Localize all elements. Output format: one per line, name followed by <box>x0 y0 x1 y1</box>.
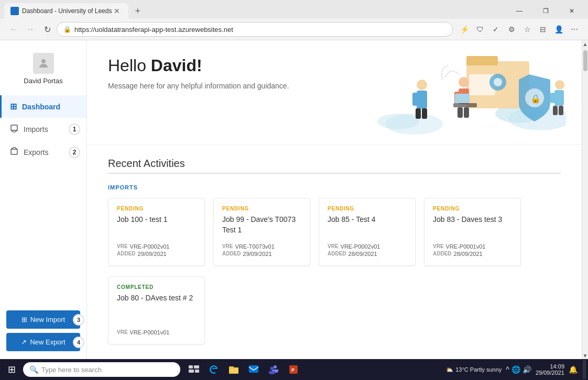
card-1-status: PENDING <box>222 206 301 211</box>
svg-point-39 <box>270 367 274 371</box>
scroll-thumb[interactable] <box>583 50 587 71</box>
card-0-footer: VRE VRE-P0002v01 ADDED 29/09/2021 <box>117 243 196 258</box>
card-0-name: Job 100 - test 1 <box>117 215 196 235</box>
card-3-vre: VRE VRE-P0001v01 <box>433 243 512 250</box>
settings-icon[interactable]: ⚙ <box>504 22 519 37</box>
browser-scrollbar[interactable]: ▲ ▼ <box>582 40 588 360</box>
scroll-up-arrow[interactable]: ▲ <box>582 40 588 48</box>
job-card-3[interactable]: PENDING Job 83 - Daves test 3 VRE VRE-P0… <box>424 198 521 266</box>
scroll-down-arrow[interactable]: ▼ <box>582 352 588 360</box>
taskbar-app-outlook[interactable] <box>244 360 263 379</box>
new-import-button[interactable]: ⊞ New Import 3 <box>6 310 80 329</box>
shield-icon[interactable]: 🛡 <box>473 22 487 37</box>
card-1-vre: VRE VRE-T0073v01 <box>222 243 301 250</box>
recent-section: Recent Activities IMPORTS PENDING Job 10… <box>87 145 582 360</box>
new-import-badge: 3 <box>73 314 84 326</box>
exports-badge: 2 <box>69 147 80 158</box>
card-3-name: Job 83 - Daves test 3 <box>433 215 512 235</box>
svg-rect-34 <box>194 365 199 368</box>
svg-point-1 <box>41 59 46 63</box>
extensions-icon[interactable]: ⚡ <box>457 22 472 37</box>
completed-card-name: Job 80 - DAves test # 2 <box>117 293 196 321</box>
card-3-status: PENDING <box>433 206 512 211</box>
collections-icon[interactable]: ⊟ <box>536 22 550 37</box>
maximize-button[interactable]: ❐ <box>533 3 558 19</box>
card-0-status: PENDING <box>117 206 196 211</box>
refresh-button[interactable]: ↻ <box>40 22 55 37</box>
job-card-0[interactable]: PENDING Job 100 - test 1 VRE VRE-P0002v0… <box>108 198 205 266</box>
svg-rect-26 <box>458 107 463 118</box>
job-card-completed[interactable]: COMPLETED Job 80 - DAves test # 2 VRE VR… <box>108 276 205 344</box>
sidebar: David Portas ⊞ Dashboard Imports 1 <box>0 40 87 360</box>
svg-point-38 <box>274 365 277 368</box>
lock-icon: 🔒 <box>63 26 71 33</box>
taskbar-app-task-view[interactable] <box>184 360 203 379</box>
taskbar-app-teams[interactable] <box>264 360 283 379</box>
sidebar-item-imports[interactable]: Imports 1 <box>0 118 86 141</box>
notification-bell[interactable]: 🔔 <box>569 365 578 374</box>
hero-section: Hello David! Message here for any helpfu… <box>87 40 582 145</box>
job-card-1[interactable]: PENDING Job 99 - Dave's T0073 Test 1 VRE… <box>213 198 310 266</box>
close-button[interactable]: ✕ <box>560 3 584 19</box>
card-0-vre: VRE VRE-P0002v01 <box>117 243 196 250</box>
minimize-button[interactable]: — <box>507 3 531 19</box>
new-export-button[interactable]: ↗ New Export 4 <box>6 333 80 351</box>
completed-card-vre: VRE VRE-P0001v01 <box>117 329 196 336</box>
svg-point-7 <box>377 114 419 129</box>
taskbar-clock[interactable]: 14:09 29/09/2021 <box>536 363 564 376</box>
taskbar-time-display: 14:09 <box>536 363 564 370</box>
sidebar-buttons: ⊞ New Import 3 ↗ New Export 4 <box>0 306 86 360</box>
forward-button[interactable]: → <box>23 22 38 37</box>
sidebar-item-dashboard[interactable]: ⊞ Dashboard <box>0 95 86 118</box>
new-import-label: New Import <box>30 316 65 323</box>
svg-rect-0 <box>12 8 18 14</box>
active-tab[interactable]: Dashboard - University of Leeds ✕ <box>4 3 128 19</box>
svg-point-28 <box>555 80 564 90</box>
svg-rect-37 <box>249 365 258 373</box>
more-button[interactable]: ⋯ <box>567 22 582 37</box>
browser-nav-icons: ⚡ 🛡 ✓ ⚙ ☆ ⊟ 👤 ⋯ <box>457 22 582 37</box>
new-export-label: New Export <box>30 338 65 346</box>
svg-rect-30 <box>550 93 555 103</box>
svg-rect-2 <box>11 125 17 130</box>
taskbar: ⊞ 🔍 Type here to search P ⛅ 13°C Partly … <box>0 359 588 380</box>
sidebar-item-label-dashboard: Dashboard <box>22 103 60 111</box>
taskbar-app-explorer[interactable] <box>224 360 243 379</box>
taskbar-app-powerpoint[interactable]: P <box>284 360 303 379</box>
svg-rect-18 <box>422 93 427 106</box>
svg-rect-29 <box>554 90 564 106</box>
svg-rect-33 <box>189 365 193 368</box>
notification-icon[interactable]: ^ <box>506 365 509 374</box>
back-button[interactable]: ← <box>6 22 21 37</box>
start-button[interactable]: ⊞ <box>2 360 21 379</box>
checkmark-icon[interactable]: ✓ <box>488 22 503 37</box>
address-bar[interactable]: 🔒 https://uoldatatransferapi-app-test.az… <box>57 22 453 37</box>
sidebar-item-label-imports: Imports <box>24 125 48 133</box>
tab-close-button[interactable]: ✕ <box>112 6 122 16</box>
dashboard-icon: ⊞ <box>10 102 17 111</box>
network-icon[interactable]: 🌐 <box>511 365 520 374</box>
imports-icon <box>10 124 18 135</box>
sidebar-item-exports[interactable]: Exports 2 <box>0 141 86 164</box>
taskbar-search-box[interactable]: 🔍 Type here to search <box>23 362 180 377</box>
volume-icon[interactable]: 🔊 <box>522 365 531 374</box>
svg-point-21 <box>459 77 469 87</box>
new-tab-button[interactable]: + <box>132 5 144 18</box>
show-desktop-button[interactable] <box>583 360 586 379</box>
svg-rect-35 <box>189 370 194 373</box>
job-card-2[interactable]: PENDING Job 85 - Test 4 VRE VRE-P0002v01… <box>319 198 416 266</box>
taskbar-app-edge[interactable] <box>204 360 223 379</box>
hero-illustration: 🔒 <box>372 46 571 140</box>
sidebar-item-label-exports: Exports <box>24 148 48 157</box>
card-3-added: ADDED 28/09/2021 <box>433 251 512 257</box>
taskbar-pinned-apps: P <box>184 360 303 379</box>
svg-rect-20 <box>422 108 427 119</box>
card-1-added: ADDED 29/09/2021 <box>222 251 301 257</box>
main-content: Hello David! Message here for any helpfu… <box>87 40 582 360</box>
profile-icon[interactable]: 👤 <box>551 22 566 37</box>
weather-text: 13°C Partly sunny <box>455 366 502 373</box>
favorites-icon[interactable]: ☆ <box>520 22 535 37</box>
imports-badge: 1 <box>69 124 80 135</box>
card-2-footer: VRE VRE-P0002v01 ADDED 28/09/2021 <box>328 243 407 258</box>
svg-point-15 <box>417 80 427 90</box>
